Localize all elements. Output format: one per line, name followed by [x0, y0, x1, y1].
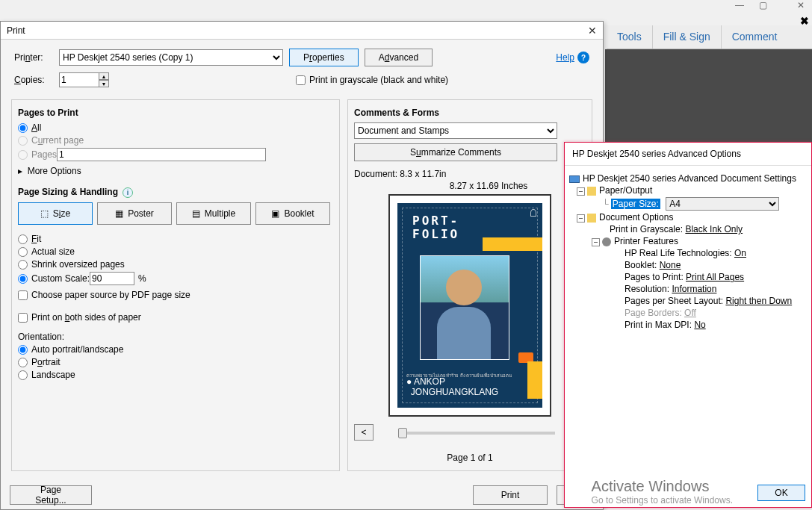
- pages-range-input[interactable]: [57, 148, 266, 161]
- page-preview: PORT- FOLIO ความพยายามไม่เคยทำร้าย ถึง ค…: [388, 194, 551, 417]
- copies-input[interactable]: [59, 72, 99, 87]
- portfolio-author: ● ANKOP JONGHUANGKLANG: [406, 376, 498, 397]
- dialog-title: Print: [7, 25, 25, 36]
- borders-value: Off: [684, 308, 696, 318]
- maxdpi-label: Print in Max DPI:: [625, 320, 692, 330]
- pages-print-value[interactable]: Print All Pages: [686, 272, 744, 282]
- hp-rlt-label: HP Real Life Technologies:: [625, 248, 732, 258]
- grayscale-checkbox[interactable]: Print in grayscale (black and white): [296, 75, 448, 85]
- dialog-close-icon[interactable]: ✕: [588, 25, 597, 37]
- advanced-title: HP Deskjet 2540 series Advanced Options: [565, 143, 811, 166]
- tree-root: HP Deskjet 2540 series Advanced Document…: [583, 173, 796, 184]
- page-setup-button[interactable]: Page Setup...: [10, 485, 92, 505]
- printer-features-node[interactable]: Printer Features: [614, 236, 678, 246]
- dialog-titlebar: Print ✕: [1, 22, 603, 40]
- printer-icon: [569, 175, 580, 183]
- advanced-options-dialog: HP Deskjet 2540 series Advanced Options …: [564, 142, 812, 508]
- activation-watermark: Activate Windows Go to Settings to activ…: [592, 478, 733, 506]
- portfolio-title-2: FOLIO: [412, 227, 459, 241]
- info-icon[interactable]: i: [123, 187, 133, 198]
- both-sides-checkbox[interactable]: Print on both sides of paper: [18, 312, 333, 323]
- print-button[interactable]: Print: [473, 485, 548, 505]
- print-dialog: Print ✕ Printer: HP Deskjet 2540 series …: [0, 21, 604, 510]
- paper-size-label[interactable]: Paper Size:: [611, 199, 660, 209]
- zoom-slider[interactable]: [398, 432, 555, 435]
- booklet-button[interactable]: ▣Booklet: [255, 202, 330, 225]
- printer-select[interactable]: HP Deskjet 2540 series (Copy 1): [59, 49, 283, 66]
- all-radio[interactable]: All: [18, 122, 333, 133]
- size-icon: ⬚: [40, 208, 49, 219]
- right-toolbar: Tools Fill & Sign Comment: [607, 25, 812, 49]
- poster-icon: ▦: [115, 208, 123, 219]
- folder-icon: [587, 187, 596, 196]
- maxdpi-value[interactable]: No: [694, 320, 705, 330]
- print-grayscale-value[interactable]: Black Ink Only: [685, 224, 743, 234]
- portfolio-photo: [420, 255, 509, 360]
- percent-label: %: [138, 273, 146, 284]
- sheet-dimensions: 8.27 x 11.69 Inches: [391, 181, 586, 191]
- current-page-radio[interactable]: Current page: [18, 135, 333, 146]
- choose-source-checkbox[interactable]: Choose paper source by PDF page size: [18, 290, 333, 300]
- scale-input[interactable]: [90, 272, 134, 285]
- size-button[interactable]: ⬚Size: [18, 202, 93, 225]
- window-controls: — ▢ ✕: [735, 0, 812, 15]
- help-link[interactable]: Help: [556, 52, 574, 63]
- collapse-icon[interactable]: –: [577, 187, 585, 196]
- document-dimensions: Document: 8.3 x 11.7in: [354, 169, 586, 179]
- maximize-icon[interactable]: ▢: [759, 0, 767, 15]
- gear-icon: [602, 237, 611, 246]
- print-grayscale-label: Print in Grayscale:: [610, 224, 683, 234]
- properties-button[interactable]: Properties: [289, 49, 359, 66]
- booklet-icon: ▣: [271, 208, 279, 219]
- hp-rlt-value[interactable]: On: [734, 248, 746, 258]
- help-icon[interactable]: ?: [577, 52, 589, 63]
- printer-label: Printer:: [14, 52, 59, 63]
- collapse-icon[interactable]: –: [592, 238, 600, 246]
- custom-scale-radio[interactable]: Custom Scale: %: [18, 272, 333, 285]
- comments-forms-select[interactable]: Document and Stamps: [354, 122, 557, 139]
- resolution-value[interactable]: Information: [672, 284, 716, 294]
- more-options-toggle[interactable]: ▸ More Options: [18, 166, 333, 176]
- auto-orient-radio[interactable]: Auto portrait/landscape: [18, 344, 333, 355]
- booklet-label: Booklet:: [625, 260, 657, 270]
- pages-print-label: Pages to Print:: [625, 272, 684, 282]
- summarize-button[interactable]: Summarize Comments: [354, 143, 557, 161]
- borders-label: Page Borders:: [625, 308, 682, 318]
- minimize-icon[interactable]: —: [735, 0, 744, 15]
- collapse-icon[interactable]: –: [577, 214, 585, 223]
- settings-tree: HP Deskjet 2540 series Advanced Document…: [565, 166, 811, 338]
- left-panel: Pages to Print All Current page Pages ▸ …: [11, 99, 340, 471]
- landscape-radio[interactable]: Landscape: [18, 370, 333, 380]
- advanced-button[interactable]: Advanced: [365, 49, 433, 66]
- multiple-icon: ▤: [192, 208, 200, 219]
- portrait-radio[interactable]: Portrait: [18, 357, 333, 367]
- page-indicator: Page 1 of 1: [354, 453, 586, 463]
- pps-label: Pages per Sheet Layout:: [625, 296, 723, 306]
- paper-size-select[interactable]: A4: [666, 197, 779, 211]
- actual-size-radio[interactable]: Actual size: [18, 246, 333, 257]
- folder-icon: [587, 214, 596, 223]
- prev-page-button[interactable]: <: [354, 424, 374, 441]
- sizing-title: Page Sizing & Handlingi: [18, 187, 333, 198]
- shrink-radio[interactable]: Shrink oversized pages: [18, 259, 333, 270]
- fill-sign-button[interactable]: Fill & Sign: [652, 25, 721, 49]
- comment-button[interactable]: Comment: [721, 25, 788, 49]
- poster-button[interactable]: ▦Poster: [97, 202, 172, 225]
- document-options-node[interactable]: Document Options: [599, 212, 673, 223]
- fit-radio[interactable]: Fit: [18, 234, 333, 244]
- multiple-button[interactable]: ▤Multiple: [176, 202, 251, 225]
- paper-output-node[interactable]: Paper/Output: [599, 185, 652, 196]
- booklet-value[interactable]: None: [660, 260, 681, 270]
- right-panel: Comments & Forms Document and Stamps Sum…: [347, 99, 592, 471]
- anchor-icon: [530, 209, 536, 217]
- orientation-label: Orientation:: [18, 332, 333, 342]
- pps-value[interactable]: Right then Down: [725, 296, 792, 306]
- pages-to-print-title: Pages to Print: [18, 108, 333, 118]
- resolution-label: Resolution:: [625, 284, 669, 294]
- tools-button[interactable]: Tools: [607, 25, 652, 49]
- copies-spinner[interactable]: ▲▼: [99, 72, 109, 87]
- ok-button[interactable]: OK: [757, 485, 805, 501]
- comments-forms-title: Comments & Forms: [354, 108, 586, 118]
- close-icon[interactable]: ✕: [797, 0, 805, 15]
- pages-radio[interactable]: Pages: [18, 148, 333, 161]
